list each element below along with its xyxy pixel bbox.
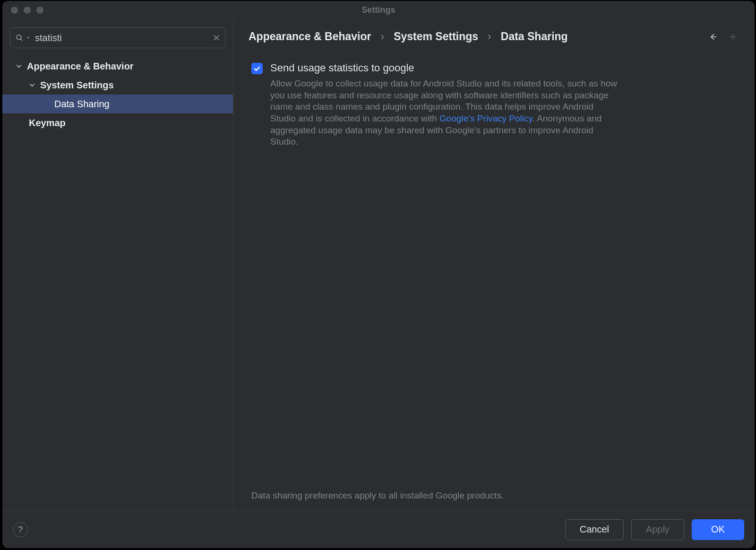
settings-tree: Appearance & Behavior System Settings Da… — [2, 54, 233, 132]
content-pane: Appearance & Behavior › System Settings … — [233, 19, 755, 510]
button-label: Cancel — [580, 524, 609, 535]
search-dropdown-icon[interactable] — [26, 36, 30, 40]
tree-label: Keymap — [29, 118, 66, 129]
apply-button: Apply — [631, 519, 684, 540]
minimize-window-icon[interactable] — [24, 7, 31, 14]
tree-item-keymap[interactable]: Keymap — [2, 113, 233, 132]
cancel-button[interactable]: Cancel — [565, 519, 624, 540]
button-label: Apply — [646, 524, 670, 535]
sidebar: Appearance & Behavior System Settings Da… — [2, 19, 233, 510]
send-usage-stats-setting: Send usage statistics to google Allow Go… — [249, 43, 745, 148]
setting-description: Allow Google to collect usage data for A… — [270, 74, 620, 148]
button-label: OK — [711, 524, 725, 535]
breadcrumb-segment[interactable]: Appearance & Behavior — [249, 30, 371, 43]
ok-button[interactable]: OK — [692, 519, 744, 540]
search-box[interactable] — [10, 27, 225, 48]
send-usage-stats-checkbox[interactable] — [251, 63, 263, 74]
checkmark-icon — [253, 65, 261, 72]
titlebar: Settings — [2, 1, 755, 19]
footer-note: Data sharing preferences apply to all in… — [249, 490, 745, 510]
tree-item-appearance-behavior[interactable]: Appearance & Behavior — [2, 57, 233, 76]
history-nav — [708, 32, 745, 42]
svg-line-1 — [20, 39, 22, 41]
zoom-window-icon[interactable] — [36, 7, 43, 14]
search-icon — [15, 34, 24, 42]
search-field-container — [2, 27, 233, 54]
privacy-policy-link[interactable]: Google's Privacy Policy — [439, 113, 533, 123]
body-split: Appearance & Behavior System Settings Da… — [2, 19, 755, 510]
close-window-icon[interactable] — [11, 7, 18, 14]
chevron-down-icon — [16, 63, 22, 69]
tree-label: Appearance & Behavior — [27, 61, 134, 72]
tree-label: Data Sharing — [54, 99, 110, 110]
traffic-lights — [11, 7, 43, 14]
breadcrumb: Appearance & Behavior › System Settings … — [249, 30, 568, 43]
settings-window: Settings Appearance & Behavior Sys — [2, 1, 755, 548]
help-button[interactable]: ? — [13, 522, 28, 537]
clear-search-icon[interactable] — [213, 34, 220, 42]
breadcrumb-separator-icon: › — [380, 30, 384, 43]
window-title: Settings — [2, 5, 755, 15]
setting-label[interactable]: Send usage statistics to google — [270, 62, 620, 74]
setting-text: Send usage statistics to google Allow Go… — [270, 62, 620, 148]
breadcrumb-row: Appearance & Behavior › System Settings … — [249, 30, 745, 43]
bottom-bar: ? Cancel Apply OK — [2, 510, 755, 548]
back-arrow-icon[interactable] — [708, 32, 718, 42]
breadcrumb-segment[interactable]: System Settings — [394, 30, 478, 43]
search-input[interactable] — [33, 33, 210, 43]
breadcrumb-separator-icon: › — [488, 30, 491, 43]
help-icon: ? — [18, 524, 23, 535]
tree-label: System Settings — [40, 80, 114, 91]
chevron-down-icon — [29, 82, 35, 88]
tree-item-data-sharing[interactable]: Data Sharing — [2, 95, 233, 113]
breadcrumb-segment: Data Sharing — [501, 30, 568, 43]
svg-point-0 — [17, 35, 21, 40]
tree-item-system-settings[interactable]: System Settings — [2, 76, 233, 95]
forward-arrow-icon — [728, 32, 738, 42]
